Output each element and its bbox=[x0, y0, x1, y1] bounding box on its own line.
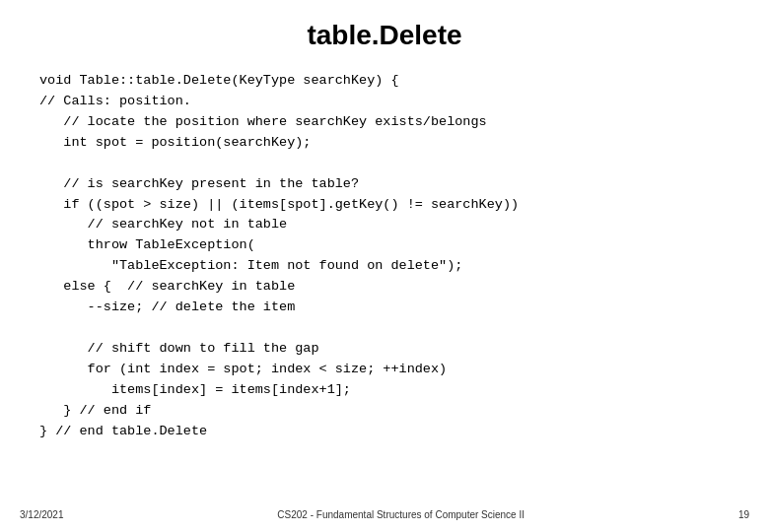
footer-page: 19 bbox=[738, 509, 749, 520]
slide: table.Delete void Table::table.Delete(Ke… bbox=[0, 0, 769, 532]
slide-title: table.Delete bbox=[30, 20, 739, 51]
footer-course: CS202 - Fundamental Structures of Comput… bbox=[64, 509, 738, 520]
footer: 3/12/2021 CS202 - Fundamental Structures… bbox=[0, 509, 769, 520]
footer-date: 3/12/2021 bbox=[20, 509, 64, 520]
code-block: void Table::table.Delete(KeyType searchK… bbox=[39, 71, 739, 442]
